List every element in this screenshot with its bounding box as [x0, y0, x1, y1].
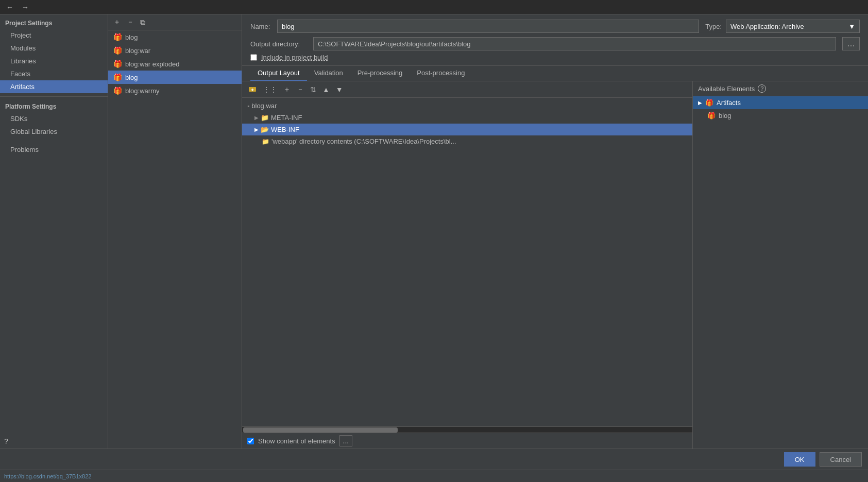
remove-button[interactable]: －	[295, 84, 306, 95]
remove-artifact-button[interactable]: －	[125, 16, 136, 28]
artifact-item-label: blog:warmy	[125, 87, 159, 95]
tree-item-web-inf[interactable]: ▶ 📂 WEB-INF	[242, 124, 692, 135]
tabs-bar: Output Layout Validation Pre-processing …	[242, 66, 868, 81]
sidebar-item-project[interactable]: Project	[0, 29, 108, 42]
available-elements-title: Available Elements	[698, 85, 755, 93]
add-folder-button[interactable]	[246, 83, 259, 95]
artifact-icon: 🎁	[113, 46, 122, 55]
tree-item-webapp-dir[interactable]: 📁 'webapp' directory contents (C:\SOFTWA…	[242, 135, 692, 147]
main-header: Name: Type: Web Application: Archive ▼ O…	[242, 14, 868, 66]
artifact-icon: 🎁	[113, 73, 122, 81]
avail-item-label: blog	[719, 112, 731, 119]
tree-item-blog-war[interactable]: ▪ blog.war	[242, 100, 692, 112]
artifact-item-label: blog	[125, 74, 138, 81]
artifact-icon: 🎁	[113, 33, 122, 41]
available-elements-header: Available Elements ?	[693, 81, 868, 96]
name-row: Name: Type: Web Application: Archive ▼	[250, 20, 860, 33]
tab-output-layout[interactable]: Output Layout	[250, 66, 307, 81]
sidebar-item-artifacts[interactable]: Artifacts	[0, 80, 108, 93]
artifact-item-blog[interactable]: 🎁 blog	[108, 30, 242, 44]
ok-button[interactable]: OK	[784, 452, 815, 467]
name-label: Name:	[250, 23, 271, 30]
move-down-button[interactable]: ▼	[334, 84, 345, 95]
horizontal-scrollbar[interactable]	[242, 426, 692, 433]
tab-validation[interactable]: Validation	[307, 66, 350, 81]
artifact-icon: 🎁	[113, 87, 122, 95]
sidebar-item-sdks[interactable]: SDKs	[0, 112, 108, 125]
artifact-list-panel: ＋ － ⧉ 🎁 blog 🎁 blog:war 🎁 blog:war explo…	[108, 14, 242, 449]
move-up-button[interactable]: ▲	[320, 84, 332, 95]
help-icon[interactable]: ?	[758, 84, 766, 93]
dialog-footer: OK Cancel	[0, 449, 868, 470]
split-button[interactable]: ⋮⋮	[261, 84, 279, 95]
tab-pre-processing[interactable]: Pre-processing	[350, 66, 410, 81]
artifact-item-blog-war[interactable]: 🎁 blog:war	[108, 44, 242, 57]
available-elements-tree: ▶ 🎁 Artifacts 🎁 blog	[693, 96, 868, 449]
tree-arrow-down-icon: ▶	[254, 127, 259, 132]
type-section: Type: Web Application: Archive ▼	[705, 20, 860, 33]
sidebar-divider	[0, 96, 108, 97]
artifact-item-blog-active[interactable]: 🎁 blog	[108, 71, 242, 84]
module-icon: 🎁	[707, 112, 716, 119]
sidebar-item-libraries[interactable]: Libraries	[0, 55, 108, 67]
platform-settings-title: Platform Settings	[0, 100, 108, 112]
folder-icon: 📂	[261, 126, 269, 133]
show-content-checkbox[interactable]	[247, 438, 254, 444]
file-icon: ▪	[247, 102, 249, 110]
folder-icon: 📁	[261, 114, 269, 122]
sidebar-item-facets[interactable]: Facets	[0, 67, 108, 80]
show-content-label: Show content of elements	[258, 437, 335, 445]
sidebar-item-problems[interactable]: Problems	[0, 143, 108, 156]
add-artifact-button[interactable]: ＋	[111, 16, 123, 28]
top-bar: ← →	[0, 0, 868, 14]
sort-button[interactable]: ⇅	[308, 84, 318, 95]
artifact-item-blog-war-exploded[interactable]: 🎁 blog:war exploded	[108, 57, 242, 71]
layout-panel: ⋮⋮ ＋ － ⇅ ▲ ▼ ▪ blog.war ▶ 📁	[242, 81, 868, 449]
output-layout-tree: ▪ blog.war ▶ 📁 META-INF ▶ 📂 WEB-INF	[242, 98, 692, 426]
artifact-list: 🎁 blog 🎁 blog:war 🎁 blog:war exploded 🎁 …	[108, 30, 242, 449]
main-content: Project Settings Project Modules Librari…	[0, 14, 868, 449]
status-url: https://blog.csdn.net/qq_37B1x822	[4, 473, 91, 479]
scroll-thumb	[243, 427, 398, 433]
sidebar-item-modules[interactable]: Modules	[0, 42, 108, 55]
output-dir-browse-button[interactable]: …	[842, 37, 860, 50]
help-button[interactable]: ?	[0, 434, 108, 449]
artifact-icon: 🎁	[705, 99, 713, 107]
tree-arrow-right-icon: ▶	[254, 115, 259, 120]
tab-post-processing[interactable]: Post-processing	[410, 66, 472, 81]
artifact-item-label: blog:war exploded	[125, 60, 180, 68]
artifact-icon: 🎁	[113, 60, 122, 68]
dots-button[interactable]: ...	[339, 435, 353, 446]
project-settings-title: Project Settings	[0, 16, 108, 29]
layout-toolbar: ⋮⋮ ＋ － ⇅ ▲ ▼	[242, 81, 692, 98]
tree-item-label: WEB-INF	[271, 126, 299, 133]
artifact-list-toolbar: ＋ － ⧉	[108, 14, 242, 30]
avail-item-blog[interactable]: 🎁 blog	[693, 109, 868, 122]
sidebar-item-global-libraries[interactable]: Global Libraries	[0, 125, 108, 138]
forward-button[interactable]: →	[20, 2, 31, 12]
svg-rect-1	[249, 87, 252, 89]
tree-item-meta-inf[interactable]: ▶ 📁 META-INF	[242, 112, 692, 124]
available-elements-panel: Available Elements ? ▶ 🎁 Artifacts 🎁 blo…	[693, 81, 868, 449]
tree-item-label: META-INF	[271, 114, 302, 122]
copy-artifact-button[interactable]: ⧉	[138, 17, 147, 28]
artifact-item-blog-warmy[interactable]: 🎁 blog:warmy	[108, 84, 242, 97]
avail-item-artifacts[interactable]: ▶ 🎁 Artifacts	[693, 96, 868, 109]
artifact-item-label: blog	[125, 33, 138, 41]
name-input[interactable]	[277, 20, 699, 33]
include-in-build-label: Include in project build	[261, 54, 328, 61]
chevron-down-icon: ▼	[848, 23, 855, 30]
back-button[interactable]: ←	[4, 2, 15, 12]
type-label: Type:	[705, 23, 722, 30]
type-dropdown[interactable]: Web Application: Archive ▼	[726, 20, 860, 33]
tree-arrow-right-icon: ▶	[698, 100, 702, 106]
include-in-build-checkbox[interactable]	[250, 54, 257, 61]
artifact-item-label: blog:war	[125, 47, 150, 55]
output-dir-input[interactable]	[313, 37, 836, 50]
cancel-button[interactable]: Cancel	[820, 452, 862, 467]
output-dir-row: Output directory: …	[250, 37, 860, 50]
include-build-row: Include in project build	[250, 54, 860, 61]
add-button[interactable]: ＋	[281, 84, 293, 95]
status-bar: https://blog.csdn.net/qq_37B1x822	[0, 470, 868, 482]
type-dropdown-value: Web Application: Archive	[730, 23, 804, 30]
